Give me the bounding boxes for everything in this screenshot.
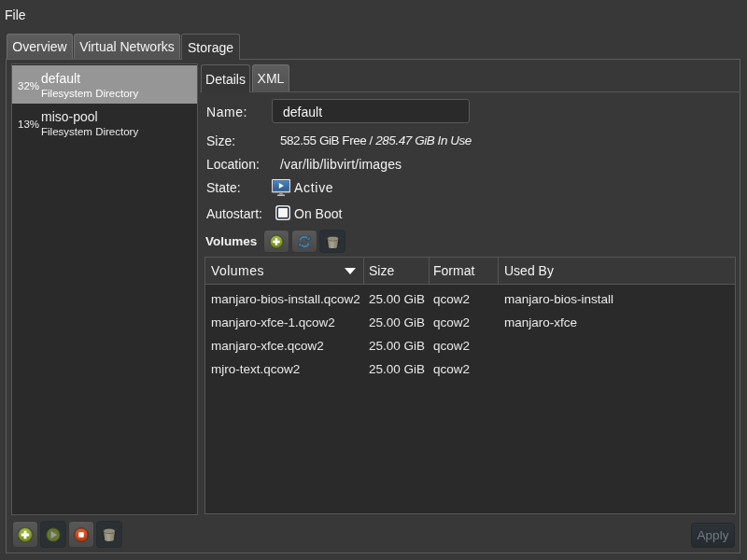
column-header-format[interactable]: Format — [430, 258, 499, 284]
pool-type: Filesystem Directory — [41, 125, 138, 139]
details-tabline — [200, 91, 740, 92]
tab-storage[interactable]: Storage — [181, 34, 240, 60]
state-label: State: — [206, 180, 241, 195]
tab-xml[interactable]: XML — [252, 64, 289, 91]
volume-cell-used-by — [499, 357, 735, 381]
volume-cell-format: qcow2 — [430, 287, 499, 311]
delete-pool-icon — [102, 526, 117, 542]
volume-row[interactable]: manjaro-xfce.qcow2 25.00 GiB qcow2 — [205, 334, 735, 357]
pool-name: miso-pool — [41, 109, 138, 125]
tab-details[interactable]: Details — [201, 64, 250, 92]
volume-cell-used-by: manjaro-bios-install — [499, 287, 735, 311]
delete-volume-button[interactable] — [319, 230, 345, 253]
pool-type: Filesystem Directory — [41, 87, 138, 101]
volume-cell-size: 25.00 GiB — [364, 334, 430, 357]
volume-cell-name: manjaro-bios-install.qcow2 — [205, 287, 364, 311]
volume-cell-name: manjaro-xfce.qcow2 — [205, 334, 364, 357]
location-value: /var/lib/libvirt/images — [280, 157, 402, 172]
apply-button[interactable]: Apply — [691, 523, 735, 548]
menubar: File — [0, 0, 747, 28]
tab-virtual-networks[interactable]: Virtual Networks — [74, 34, 180, 59]
pool-percent: 32% — [18, 80, 40, 91]
column-header-used-by-label: Used By — [504, 263, 554, 278]
state-running-icon — [271, 178, 291, 197]
column-header-used-by[interactable]: Used By — [499, 258, 735, 284]
location-label: Location: — [206, 157, 260, 172]
refresh-volume-icon — [297, 234, 312, 249]
size-label: Size: — [206, 133, 235, 148]
column-header-size-label: Size — [369, 263, 394, 278]
name-input[interactable]: default — [272, 99, 470, 123]
autostart-value: On Boot — [294, 206, 342, 221]
volume-row[interactable]: manjaro-xfce-1.qcow2 25.00 GiB qcow2 man… — [205, 311, 735, 334]
start-pool-button[interactable] — [40, 521, 66, 548]
stop-pool-button[interactable] — [68, 521, 94, 548]
volume-cell-name: manjaro-xfce-1.qcow2 — [205, 311, 364, 334]
delete-volume-icon — [326, 234, 340, 249]
autostart-checkbox[interactable] — [275, 205, 290, 220]
pool-name: default — [41, 71, 138, 87]
column-header-volumes-label: Volumes — [211, 263, 264, 278]
volume-cell-used-by — [499, 334, 735, 357]
stop-pool-icon — [73, 526, 90, 543]
volumes-table: Volumes Size Format Used By manjaro-bios… — [204, 257, 736, 514]
volumes-table-body: manjaro-bios-install.qcow2 25.00 GiB qco… — [205, 285, 735, 381]
add-volume-icon — [269, 234, 284, 249]
add-volume-button[interactable] — [263, 230, 289, 253]
volume-cell-size: 25.00 GiB — [364, 287, 430, 311]
menu-file[interactable]: File — [5, 7, 26, 22]
pool-list-item[interactable]: 13% miso-pool Filesystem Directory — [12, 104, 197, 142]
volume-row[interactable]: manjaro-bios-install.qcow2 25.00 GiB qco… — [205, 287, 735, 311]
column-header-size[interactable]: Size — [364, 258, 430, 284]
volume-row[interactable]: mjro-text.qcow2 25.00 GiB qcow2 — [205, 357, 735, 381]
refresh-volume-button[interactable] — [291, 230, 317, 253]
volume-cell-format: qcow2 — [430, 334, 499, 357]
pool-percent: 13% — [18, 119, 40, 130]
column-header-format-label: Format — [433, 263, 474, 278]
volumes-table-header: Volumes Size Format Used By — [205, 258, 735, 285]
name-label: Name: — [206, 105, 247, 119]
volume-cell-size: 25.00 GiB — [364, 311, 430, 334]
column-header-volumes[interactable]: Volumes — [205, 258, 364, 284]
autostart-label: Autostart: — [206, 206, 262, 221]
pool-list: 32% default Filesystem Directory 13% mis… — [11, 63, 198, 515]
delete-pool-button[interactable] — [96, 521, 122, 548]
volume-cell-used-by: manjaro-xfce — [499, 311, 735, 334]
tab-overview[interactable]: Overview — [7, 34, 73, 59]
size-used: 285.47 GiB In Use — [375, 133, 472, 147]
volume-cell-size: 25.00 GiB — [364, 357, 430, 381]
volume-cell-name: mjro-text.qcow2 — [205, 357, 364, 381]
state-value: Active — [294, 180, 333, 195]
size-free: 582.55 GiB Free / — [280, 133, 373, 147]
size-value: 582.55 GiB Free / 285.47 GiB In Use — [280, 133, 472, 148]
volume-cell-format: qcow2 — [430, 311, 499, 334]
pool-list-item[interactable]: 32% default Filesystem Directory — [12, 65, 197, 104]
volumes-label: Volumes — [205, 234, 257, 249]
add-pool-button[interactable] — [12, 521, 38, 548]
add-pool-icon — [17, 526, 34, 543]
volume-cell-format: qcow2 — [430, 357, 499, 381]
sort-descending-icon — [345, 268, 356, 274]
start-pool-icon — [45, 526, 62, 543]
